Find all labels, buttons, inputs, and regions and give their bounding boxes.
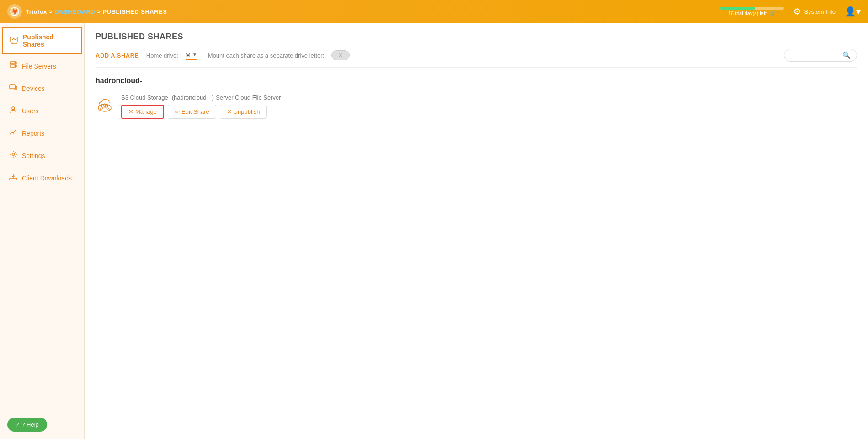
sidebar-item-label: File Servers [22,63,56,70]
search-input[interactable] [790,52,839,59]
sidebar-item-label: Devices [22,85,45,92]
share-server: Server:Cloud File Server [212,94,281,101]
settings-icon [9,150,17,161]
file-servers-icon [9,61,17,71]
content-area: PUBLISHED SHARES ADD A SHARE Home drive:… [85,23,868,439]
app-logo: 🦊 [7,4,22,19]
add-share-button[interactable]: ADD A SHARE [96,50,139,61]
published-shares-icon [10,36,18,46]
mount-toggle[interactable]: ✕ [331,50,350,60]
gear-icon: ⚙ [793,6,801,17]
sidebar: Published Shares File Servers [0,23,85,439]
trial-progress-bar [720,7,784,10]
sidebar-item-reports[interactable]: Reports [2,122,82,144]
sidebar-item-label: Published Shares [23,33,74,48]
header-left: 🦊 Triofox > DASHBOARD > PUBLISHED SHARES [7,4,167,19]
help-icon: ? [16,421,19,428]
sidebar-item-file-servers[interactable]: File Servers [2,55,82,77]
share-group-title: hadroncloud- [96,77,857,85]
cart-icon[interactable]: 🛒 [770,11,776,16]
user-avatar-icon: 👤▾ [845,6,861,16]
svg-point-17 [12,153,15,156]
sidebar-item-published-shares[interactable]: Published Shares [2,27,82,54]
main-container: Published Shares File Servers [0,23,868,439]
trial-info: 16 trial day(s) left. 🛒 [720,7,784,16]
trial-text: 16 trial day(s) left. 🛒 [728,11,776,16]
chevron-down-icon: ▼ [192,52,197,57]
client-downloads-icon [9,173,17,183]
sidebar-item-label: Settings [22,152,45,159]
share-name-row: S3 Cloud Storage (hadroncloud- Server:Cl… [121,94,857,101]
svg-point-16 [12,107,15,110]
svg-text:🦊: 🦊 [11,8,18,15]
toggle-off-icon: ✕ [338,52,343,58]
edit-share-button[interactable]: ✏ Edit Share [168,105,216,119]
mount-label: Mount each share as a separate drive let… [208,52,324,59]
manage-icon: ✕ [128,108,133,115]
svg-point-9 [15,66,16,67]
share-storage-detail: (hadroncloud- [172,94,208,101]
toggle-container: ✕ [331,50,350,60]
unpublish-icon: ✕ [227,108,232,115]
toolbar: ADD A SHARE Home drive: M N O P ▼ Mount … [96,49,857,68]
header: 🦊 Triofox > DASHBOARD > PUBLISHED SHARES… [0,0,868,23]
home-drive-label: Home drive: [146,52,178,59]
drive-select[interactable]: M N O P [186,51,191,58]
search-icon[interactable]: 🔍 [842,51,851,59]
manage-button[interactable]: ✕ Manage [121,105,164,119]
share-storage-type: S3 Cloud Storage [121,94,168,101]
sidebar-item-devices[interactable]: Devices [2,78,82,99]
sidebar-bottom: ? ? Help [0,410,84,439]
edit-icon: ✏ [175,108,180,115]
sidebar-item-client-downloads[interactable]: Client Downloads [2,167,82,189]
reports-icon [9,128,17,138]
user-menu-button[interactable]: 👤▾ [845,6,861,17]
help-button[interactable]: ? ? Help [7,418,47,432]
share-groups: hadroncloud- [96,77,857,122]
drive-select-container: M N O P ▼ [186,51,197,60]
devices-icon [9,83,17,94]
header-right: 16 trial day(s) left. 🛒 ⚙ System Info 👤▾ [720,6,861,17]
svg-rect-2 [11,37,18,42]
share-actions: ✕ Manage ✏ Edit Share ✕ Unpubl [121,105,857,119]
share-group: hadroncloud- [96,77,857,122]
sidebar-item-label: Reports [22,130,44,137]
share-details: S3 Cloud Storage (hadroncloud- Server:Cl… [121,94,857,119]
sidebar-item-label: Users [22,107,39,115]
svg-rect-14 [15,86,17,89]
svg-point-8 [15,63,16,63]
svg-rect-10 [10,85,15,89]
search-box: 🔍 [784,49,857,62]
svg-rect-18 [10,178,17,180]
sidebar-item-users[interactable]: Users [2,100,82,122]
unpublish-button[interactable]: ✕ Unpublish [220,105,267,119]
sidebar-item-label: Client Downloads [22,175,72,182]
share-type-icon [96,96,114,118]
sidebar-item-settings[interactable]: Settings [2,145,82,166]
users-icon [9,106,17,116]
page-title: PUBLISHED SHARES [96,32,857,42]
trial-progress-fill [720,7,755,10]
breadcrumb: Triofox > DASHBOARD > PUBLISHED SHARES [26,8,167,15]
share-item: S3 Cloud Storage (hadroncloud- Server:Cl… [96,90,857,122]
system-info-button[interactable]: ⚙ System Info [793,6,836,17]
